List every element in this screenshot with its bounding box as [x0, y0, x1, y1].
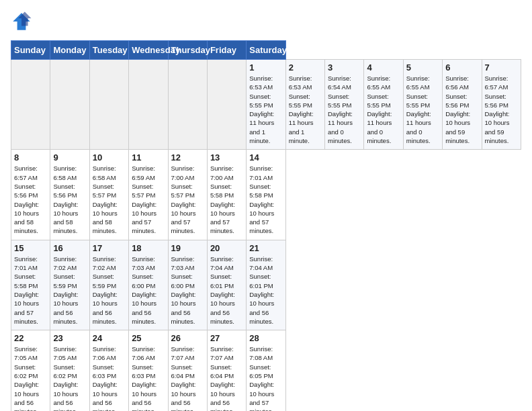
- sunrise-label: Sunrise: 6:55 AM: [406, 75, 430, 91]
- day-number: 20: [210, 243, 243, 253]
- calendar-day-cell: 14 Sunrise: 7:01 AM Sunset: 5:58 PM Dayl…: [247, 150, 285, 240]
- day-info: Sunrise: 7:04 AM Sunset: 6:01 PM Dayligh…: [249, 255, 282, 326]
- sunrise-label: Sunrise: 7:01 AM: [14, 255, 38, 271]
- calendar-day-cell: 5 Sunrise: 6:55 AM Sunset: 5:55 PM Dayli…: [403, 60, 442, 150]
- day-number: 1: [249, 62, 282, 73]
- day-number: 27: [210, 333, 243, 343]
- day-number: 10: [93, 152, 126, 163]
- daylight-label: Daylight: 11 hours and 0 minutes.: [367, 110, 392, 144]
- calendar-day-cell: [89, 60, 128, 150]
- calendar-day-cell: 18 Sunrise: 7:03 AM Sunset: 6:00 PM Dayl…: [129, 240, 168, 330]
- sunrise-label: Sunrise: 7:04 AM: [249, 255, 273, 271]
- weekday-header-cell: Tuesday: [89, 41, 128, 60]
- day-info: Sunrise: 7:06 AM Sunset: 6:03 PM Dayligh…: [132, 345, 165, 411]
- day-number: 6: [445, 62, 478, 73]
- day-number: 13: [210, 152, 243, 163]
- calendar-day-cell: 10 Sunrise: 6:58 AM Sunset: 5:57 PM Dayl…: [89, 150, 128, 240]
- sunset-label: Sunset: 5:57 PM: [171, 183, 195, 199]
- daylight-label: Daylight: 10 hours and 58 minutes.: [14, 201, 39, 235]
- sunrise-label: Sunrise: 6:53 AM: [249, 75, 273, 91]
- day-number: 2: [289, 62, 322, 73]
- calendar-day-cell: 4 Sunrise: 6:55 AM Sunset: 5:55 PM Dayli…: [364, 60, 403, 150]
- sunrise-label: Sunrise: 7:01 AM: [249, 165, 273, 181]
- calendar-day-cell: 20 Sunrise: 7:04 AM Sunset: 6:01 PM Dayl…: [207, 240, 246, 330]
- daylight-label: Daylight: 10 hours and 56 minutes.: [14, 381, 39, 411]
- sunrise-label: Sunrise: 6:53 AM: [289, 75, 312, 91]
- sunset-label: Sunset: 6:04 PM: [171, 363, 195, 379]
- day-info: Sunrise: 6:57 AM Sunset: 5:56 PM Dayligh…: [485, 74, 519, 145]
- sunset-label: Sunset: 5:57 PM: [93, 183, 116, 199]
- calendar-body: 1 Sunrise: 6:53 AM Sunset: 5:55 PM Dayli…: [11, 60, 521, 412]
- sunset-label: Sunset: 5:58 PM: [249, 183, 273, 199]
- sunrise-label: Sunrise: 7:02 AM: [93, 255, 116, 271]
- weekday-header-cell: Saturday: [247, 41, 285, 60]
- weekday-header-cell: Sunday: [11, 41, 50, 60]
- calendar-day-cell: 25 Sunrise: 7:06 AM Sunset: 6:03 PM Dayl…: [129, 330, 168, 411]
- sunrise-label: Sunrise: 7:07 AM: [210, 345, 234, 361]
- calendar-day-cell: 6 Sunrise: 6:56 AM Sunset: 5:56 PM Dayli…: [443, 60, 482, 150]
- day-info: Sunrise: 6:58 AM Sunset: 5:57 PM Dayligh…: [93, 164, 126, 235]
- day-info: Sunrise: 6:53 AM Sunset: 5:55 PM Dayligh…: [289, 74, 322, 145]
- sunset-label: Sunset: 5:55 PM: [367, 93, 390, 109]
- calendar-day-cell: 11 Sunrise: 6:59 AM Sunset: 5:57 PM Dayl…: [129, 150, 168, 240]
- day-info: Sunrise: 7:03 AM Sunset: 6:00 PM Dayligh…: [132, 255, 165, 326]
- calendar-day-cell: 2 Sunrise: 6:53 AM Sunset: 5:55 PM Dayli…: [285, 60, 324, 150]
- sunrise-label: Sunrise: 6:57 AM: [485, 75, 508, 91]
- day-info: Sunrise: 6:57 AM Sunset: 5:56 PM Dayligh…: [14, 164, 47, 235]
- daylight-label: Daylight: 10 hours and 56 minutes.: [210, 291, 235, 325]
- daylight-label: Daylight: 10 hours and 56 minutes.: [132, 291, 157, 325]
- sunrise-label: Sunrise: 6:58 AM: [93, 165, 116, 181]
- day-info: Sunrise: 7:06 AM Sunset: 6:03 PM Dayligh…: [93, 345, 126, 411]
- calendar-day-cell: 24 Sunrise: 7:06 AM Sunset: 6:03 PM Dayl…: [89, 330, 128, 411]
- daylight-label: Daylight: 10 hours and 56 minutes.: [171, 381, 196, 411]
- calendar-day-cell: 15 Sunrise: 7:01 AM Sunset: 5:58 PM Dayl…: [11, 240, 50, 330]
- daylight-label: Daylight: 10 hours and 59 minutes.: [485, 110, 510, 144]
- calendar-day-cell: 23 Sunrise: 7:05 AM Sunset: 6:02 PM Dayl…: [50, 330, 89, 411]
- day-info: Sunrise: 7:03 AM Sunset: 6:00 PM Dayligh…: [171, 255, 204, 326]
- calendar-table: SundayMondayTuesdayWednesdayThursdayFrid…: [11, 40, 521, 411]
- calendar-day-cell: [168, 60, 207, 150]
- sunrise-label: Sunrise: 6:58 AM: [53, 165, 77, 181]
- daylight-label: Daylight: 10 hours and 56 minutes.: [171, 291, 196, 325]
- sunrise-label: Sunrise: 7:05 AM: [53, 345, 77, 361]
- calendar-day-cell: 22 Sunrise: 7:05 AM Sunset: 6:02 PM Dayl…: [11, 330, 50, 411]
- calendar-day-cell: 8 Sunrise: 6:57 AM Sunset: 5:56 PM Dayli…: [11, 150, 50, 240]
- sunrise-label: Sunrise: 7:03 AM: [171, 255, 195, 271]
- daylight-label: Daylight: 10 hours and 58 minutes.: [53, 201, 78, 235]
- sunrise-label: Sunrise: 6:56 AM: [445, 75, 469, 91]
- sunrise-label: Sunrise: 7:08 AM: [249, 345, 273, 361]
- day-info: Sunrise: 7:05 AM Sunset: 6:02 PM Dayligh…: [53, 345, 86, 411]
- day-info: Sunrise: 7:07 AM Sunset: 6:04 PM Dayligh…: [171, 345, 204, 411]
- sunset-label: Sunset: 6:01 PM: [249, 273, 273, 289]
- weekday-header-row: SundayMondayTuesdayWednesdayThursdayFrid…: [11, 41, 521, 60]
- calendar-day-cell: 17 Sunrise: 7:02 AM Sunset: 5:59 PM Dayl…: [89, 240, 128, 330]
- sunrise-label: Sunrise: 6:54 AM: [328, 75, 351, 91]
- calendar-day-cell: 19 Sunrise: 7:03 AM Sunset: 6:00 PM Dayl…: [168, 240, 207, 330]
- weekday-header-cell: Wednesday: [129, 41, 168, 60]
- day-number: 5: [406, 62, 439, 73]
- sunrise-label: Sunrise: 7:06 AM: [93, 345, 116, 361]
- day-number: 22: [14, 333, 47, 343]
- sunset-label: Sunset: 6:02 PM: [14, 363, 38, 379]
- day-info: Sunrise: 7:00 AM Sunset: 5:57 PM Dayligh…: [171, 164, 204, 235]
- calendar-week-row: 1 Sunrise: 6:53 AM Sunset: 5:55 PM Dayli…: [11, 60, 521, 150]
- page-header: [11, 11, 521, 32]
- calendar-day-cell: 16 Sunrise: 7:02 AM Sunset: 5:59 PM Dayl…: [50, 240, 89, 330]
- sunset-label: Sunset: 5:59 PM: [93, 273, 116, 289]
- daylight-label: Daylight: 10 hours and 57 minutes.: [249, 381, 274, 411]
- daylight-label: Daylight: 10 hours and 59 minutes.: [445, 110, 470, 144]
- day-info: Sunrise: 7:01 AM Sunset: 5:58 PM Dayligh…: [14, 255, 47, 326]
- daylight-label: Daylight: 11 hours and 0 minutes.: [406, 110, 431, 144]
- day-info: Sunrise: 7:02 AM Sunset: 5:59 PM Dayligh…: [93, 255, 126, 326]
- daylight-label: Daylight: 10 hours and 57 minutes.: [249, 201, 274, 235]
- daylight-label: Daylight: 10 hours and 56 minutes.: [93, 381, 118, 411]
- calendar-day-cell: 27 Sunrise: 7:07 AM Sunset: 6:04 PM Dayl…: [207, 330, 246, 411]
- sunset-label: Sunset: 6:00 PM: [171, 273, 195, 289]
- sunset-label: Sunset: 6:05 PM: [249, 363, 273, 379]
- sunset-label: Sunset: 5:55 PM: [328, 93, 351, 109]
- sunrise-label: Sunrise: 7:00 AM: [210, 165, 234, 181]
- day-number: 19: [171, 243, 204, 253]
- daylight-label: Daylight: 10 hours and 57 minutes.: [171, 201, 196, 235]
- sunset-label: Sunset: 5:59 PM: [53, 273, 77, 289]
- calendar-day-cell: 21 Sunrise: 7:04 AM Sunset: 6:01 PM Dayl…: [247, 240, 285, 330]
